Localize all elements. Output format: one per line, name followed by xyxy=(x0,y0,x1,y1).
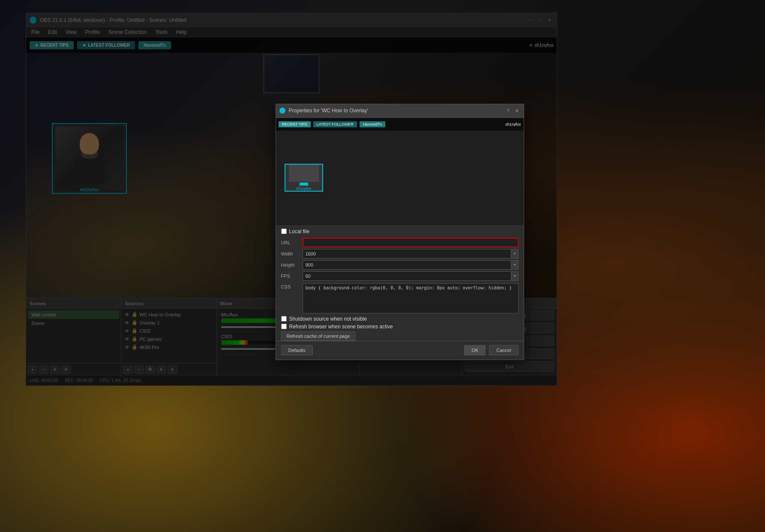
dialog-title-controls: ? ✕ xyxy=(505,107,520,114)
dialog-preview-screen xyxy=(289,165,319,182)
dialog-preview-tab-follower: LATEST FOLLOWER xyxy=(313,121,357,127)
css-label: CSS xyxy=(281,283,303,313)
css-textarea[interactable]: body { background-color: rgba(0, 0, 0, 0… xyxy=(303,283,519,313)
local-file-label: Local file xyxy=(289,228,309,234)
width-spin-button[interactable]: ▾ xyxy=(511,249,519,258)
css-field-row: CSS body { background-color: rgba(0, 0, … xyxy=(281,283,519,313)
dialog-fields: Local file URL Width ▾ xyxy=(276,225,524,341)
url-field-row: URL xyxy=(281,238,519,247)
dialog-help-button[interactable]: ? xyxy=(505,107,512,114)
fps-field-row: FPS ▾ xyxy=(281,271,519,281)
width-label: Width xyxy=(281,251,303,256)
dialog-preview-tab-haxored: HaxoredTv xyxy=(360,121,385,127)
local-file-checkbox[interactable] xyxy=(281,228,287,234)
dialog-title: Properties for 'WC How to Overlay' xyxy=(289,108,505,114)
height-spin-container: ▾ xyxy=(303,260,519,270)
url-label: URL xyxy=(281,240,303,245)
fps-label: FPS xyxy=(281,274,303,279)
dialog-preview-content: sh1nyfox xyxy=(276,131,524,225)
dialog-footer: Defaults OK Cancel xyxy=(276,341,524,360)
width-spin-container: ▾ xyxy=(303,249,519,258)
height-spin-button[interactable]: ▾ xyxy=(511,260,519,270)
dialog-body: RECENT TIPS LATEST FOLLOWER HaxoredTv sh… xyxy=(276,118,524,341)
dialog-overlay: Properties for 'WC How to Overlay' ? ✕ R… xyxy=(0,0,765,532)
refresh-checkbox[interactable] xyxy=(281,324,287,329)
local-file-row: Local file xyxy=(281,228,519,234)
shutdown-label: Shutdown source when not visible xyxy=(289,316,367,322)
dialog-title-bar: Properties for 'WC How to Overlay' ? ✕ xyxy=(276,104,524,118)
dialog-preview-bar: RECENT TIPS LATEST FOLLOWER HaxoredTv sh… xyxy=(276,118,524,131)
dialog-preview: RECENT TIPS LATEST FOLLOWER HaxoredTv sh… xyxy=(276,118,524,225)
properties-dialog: Properties for 'WC How to Overlay' ? ✕ R… xyxy=(276,104,524,360)
cancel-button[interactable]: Cancel xyxy=(489,345,518,355)
height-label: Height xyxy=(281,262,303,268)
shutdown-checkbox-row: Shutdown source when not visible xyxy=(281,316,519,322)
refresh-label: Refresh browser when scene becomes activ… xyxy=(289,324,393,330)
height-input[interactable] xyxy=(303,260,511,270)
dialog-preview-label: sh1nyfox xyxy=(296,186,311,191)
width-field-row: Width ▾ xyxy=(281,249,519,258)
dialog-close-button[interactable]: ✕ xyxy=(513,107,520,114)
width-input[interactable] xyxy=(303,249,511,258)
url-input[interactable] xyxy=(303,238,519,247)
dialog-preview-stand xyxy=(300,183,308,186)
ok-button[interactable]: OK xyxy=(464,345,486,355)
refresh-cache-button[interactable]: Refresh cache of current page xyxy=(281,331,356,341)
height-field-row: Height ▾ xyxy=(281,260,519,270)
dialog-footer-right: OK Cancel xyxy=(464,345,518,355)
dialog-preview-tab-tips: RECENT TIPS xyxy=(279,121,311,127)
fps-spin-container: ▾ xyxy=(303,271,519,281)
fps-spin-button[interactable]: ▾ xyxy=(511,271,519,281)
shutdown-checkbox[interactable] xyxy=(281,316,287,322)
dialog-preview-monitor: sh1nyfox xyxy=(285,164,323,192)
defaults-button[interactable]: Defaults xyxy=(281,345,313,355)
dialog-icon xyxy=(279,108,285,114)
refresh-checkbox-row: Refresh browser when scene becomes activ… xyxy=(281,324,519,330)
fps-input[interactable] xyxy=(303,271,511,281)
dialog-preview-avatar: sh1nyfox xyxy=(505,122,521,126)
